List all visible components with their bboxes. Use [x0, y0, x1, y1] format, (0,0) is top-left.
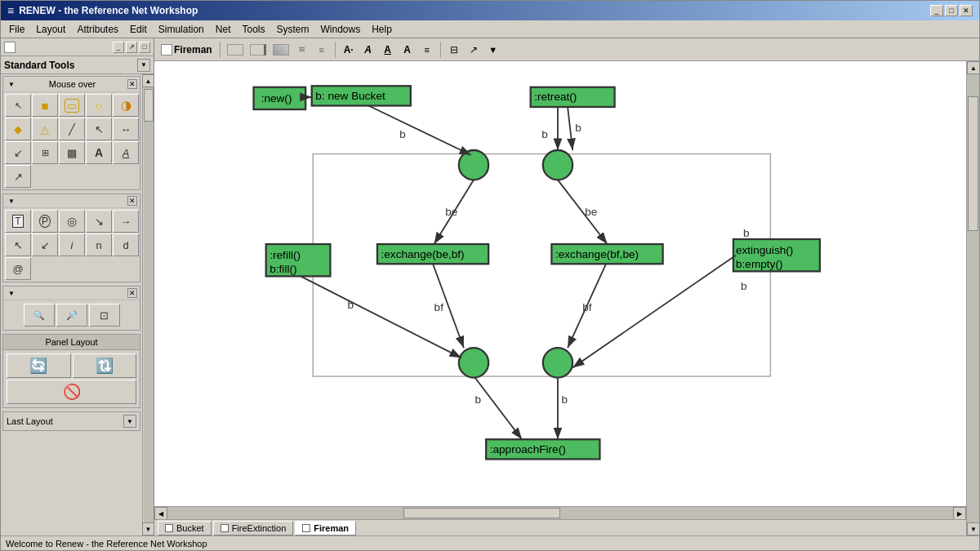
diamond-icon: ◆: [14, 123, 22, 136]
n-tool[interactable]: n: [86, 233, 112, 256]
d-tool[interactable]: d: [113, 233, 139, 256]
panel-top-controls: _ ↗ □: [113, 42, 150, 53]
vscroll-track[interactable]: [967, 74, 979, 522]
export-tool[interactable]: ↗: [5, 165, 31, 188]
rect-tool[interactable]: ■: [32, 94, 58, 117]
panel-restore-btn[interactable]: ↗: [126, 42, 137, 53]
section2-toggle[interactable]: ▼: [6, 195, 17, 207]
section3-close[interactable]: ✕: [127, 288, 137, 298]
pattern-tool[interactable]: ▩: [59, 141, 85, 164]
hscroll-right-btn[interactable]: ▶: [953, 507, 966, 520]
menu-system[interactable]: System: [272, 22, 314, 37]
standard-tools-header: Standard Tools ▼: [1, 56, 154, 74]
canvas-font-btn[interactable]: A·: [340, 41, 358, 59]
canvas-menu-icon: ▼: [488, 45, 497, 55]
zoom-in-tool[interactable]: 🔍: [24, 304, 55, 327]
zoom-out-tool[interactable]: 🔎: [56, 304, 87, 327]
at-tool[interactable]: @: [5, 257, 31, 280]
svg-text:b: new Bucket: b: new Bucket: [315, 90, 385, 102]
diamond-tool[interactable]: ◆: [5, 118, 31, 140]
text-tool[interactable]: A: [86, 141, 112, 164]
panel-maximize-btn[interactable]: □: [139, 42, 150, 53]
canvas-font4-btn[interactable]: A: [399, 41, 416, 59]
rect-round-tool[interactable]: ▭: [59, 94, 85, 117]
arc-right-tool[interactable]: →: [113, 210, 139, 233]
panel-minimize-btn[interactable]: _: [113, 42, 124, 53]
arc-dl-tool[interactable]: ↙: [32, 233, 58, 256]
menu-help[interactable]: Help: [367, 22, 397, 37]
canvas-align-btn[interactable]: ≡: [418, 41, 436, 59]
place-tool[interactable]: P: [32, 210, 58, 233]
tab-fireextinction[interactable]: FireExtinction: [213, 521, 294, 535]
cursor-tool[interactable]: ↖: [5, 94, 31, 117]
net-tool[interactable]: ⊞: [32, 141, 58, 164]
canvas-font3-btn[interactable]: A: [379, 41, 397, 59]
transition-tool[interactable]: T: [5, 210, 31, 233]
canvas-btn3[interactable]: [270, 41, 292, 59]
canvas-window-btn[interactable]: ⊟: [445, 41, 463, 59]
canvas-menu-btn[interactable]: ▼: [484, 41, 502, 59]
canvas-btn2[interactable]: [247, 41, 269, 59]
section1-toggle[interactable]: ▼: [6, 78, 17, 90]
canvas-expand-btn[interactable]: ↗: [465, 41, 483, 59]
section1-close[interactable]: ✕: [127, 79, 137, 89]
standard-tools-dropdown[interactable]: ▼: [137, 59, 150, 72]
hscroll-thumb[interactable]: [403, 508, 560, 518]
menu-edit[interactable]: Edit: [125, 22, 152, 37]
section3-toggle[interactable]: ▼: [6, 287, 17, 299]
minimize-button[interactable]: _: [930, 5, 943, 16]
layout-btn-2[interactable]: 🔃: [73, 353, 137, 378]
menu-layout[interactable]: Layout: [31, 22, 70, 37]
arrow-ul-tool[interactable]: ↖: [86, 118, 112, 140]
arc-dr-tool[interactable]: ↘: [86, 210, 112, 233]
vscroll-up-btn[interactable]: ▲: [967, 61, 979, 74]
text-italic-tool[interactable]: A: [113, 141, 139, 164]
maximize-button[interactable]: □: [945, 5, 958, 16]
menu-simulation[interactable]: Simulation: [154, 22, 209, 37]
panel-scroll-up[interactable]: ▲: [142, 74, 154, 87]
triangle-tool[interactable]: △: [32, 118, 58, 140]
canvas-font2-btn[interactable]: A: [359, 41, 377, 59]
canvas-select-btn[interactable]: [225, 41, 246, 59]
vscroll-down-btn[interactable]: ▼: [967, 522, 979, 535]
menu-net[interactable]: Net: [211, 22, 236, 37]
close-button[interactable]: ✕: [960, 5, 973, 16]
arc-tool[interactable]: ◑: [113, 94, 139, 117]
arrow-lr-tool[interactable]: ↔: [113, 118, 139, 140]
menu-tools[interactable]: Tools: [237, 22, 270, 37]
panel-scroll-down[interactable]: ▼: [142, 522, 154, 535]
tab-bucket[interactable]: Bucket: [158, 521, 212, 535]
hamburger-icon[interactable]: ≡: [7, 4, 14, 17]
tab-fireman[interactable]: Fireman: [295, 521, 356, 535]
zoom-fit-tool[interactable]: ⊡: [89, 304, 120, 327]
canvas-viewport[interactable]: :new() b: new Bucket :retreat(): [154, 61, 966, 506]
vscroll-thumb[interactable]: [968, 96, 978, 231]
canvas-vscroll[interactable]: ▲ ▼: [966, 61, 979, 535]
layout-btn-1[interactable]: 🔄: [7, 353, 71, 378]
svg-line-25: [368, 106, 471, 156]
canvas-btn4[interactable]: ≋: [293, 41, 311, 59]
menu-file[interactable]: File: [4, 22, 29, 37]
menu-windows[interactable]: Windows: [316, 22, 366, 37]
bend-tool[interactable]: ↙: [5, 141, 31, 164]
line-tool[interactable]: ╱: [59, 118, 85, 140]
svg-text:b: b: [562, 393, 568, 406]
canvas-btn5[interactable]: ≡: [313, 41, 331, 59]
menu-attributes[interactable]: Attributes: [72, 22, 123, 37]
section2-close[interactable]: ✕: [127, 196, 137, 206]
canvas-hscroll[interactable]: ◀ ▶: [154, 506, 966, 519]
window-icon: ⊟: [450, 44, 458, 56]
hscroll-track[interactable]: [167, 507, 953, 519]
circle-tool[interactable]: ○: [86, 94, 112, 117]
tab-bucket-check: [165, 524, 173, 532]
arrow-lr-icon: ↔: [121, 123, 131, 136]
info-tool[interactable]: i: [59, 233, 85, 256]
last-layout-dropdown[interactable]: ▼: [123, 415, 136, 428]
circle-icon: ○: [95, 99, 102, 113]
place-circle-tool[interactable]: ◎: [59, 210, 85, 233]
status-text: Welcome to Renew - the Reference Net Wor…: [6, 539, 207, 549]
hscroll-left-btn[interactable]: ◀: [154, 507, 167, 520]
layout-btn-3[interactable]: 🚫: [7, 380, 136, 404]
arc-ul2-tool[interactable]: ↖: [5, 233, 31, 256]
canvas-tab-bar: Bucket FireExtinction Fireman: [154, 519, 966, 535]
